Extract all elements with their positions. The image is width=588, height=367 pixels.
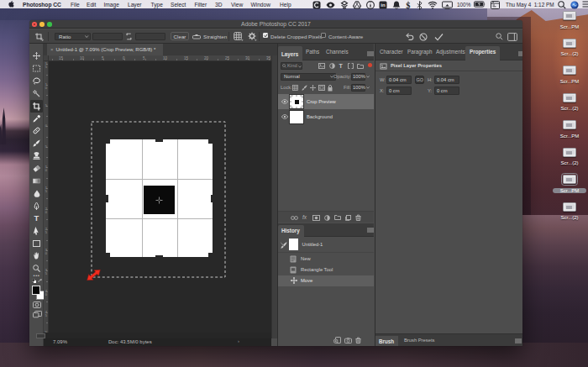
svg-text:in: in — [381, 3, 386, 8]
